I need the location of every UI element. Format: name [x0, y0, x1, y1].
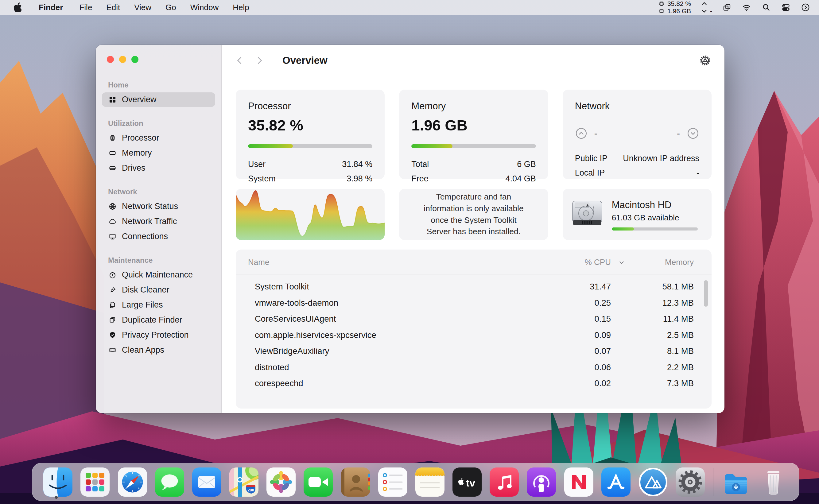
- table-scrollbar-thumb[interactable]: [704, 280, 708, 307]
- process-row[interactable]: CoreServicesUIAgent0.1511.4 MB: [248, 311, 694, 327]
- spotlight-search-icon[interactable]: [761, 2, 771, 12]
- dock-facetime-icon[interactable]: [304, 467, 333, 497]
- sidebar-item-label: Connections: [122, 232, 168, 241]
- sidebar-section-label: Utilization: [108, 119, 221, 128]
- display-icon: [108, 232, 117, 241]
- upload-arrow-icon: [701, 0, 708, 7]
- statusbar-system-monitor[interactable]: 35.82 % 1.96 GB: [658, 0, 691, 14]
- screen-mirroring-icon[interactable]: [722, 2, 732, 12]
- content-header: Overview: [222, 45, 724, 76]
- hard-drive-icon: [570, 199, 604, 231]
- overview-body: Processor 35.82 % User31.84 %System3.98 …: [222, 76, 724, 413]
- dock: 280 tv: [32, 463, 799, 501]
- process-row[interactable]: com.apple.hiservices-xpcservice0.092.5 M…: [248, 327, 694, 343]
- temperature-notice-card: Temperature and fan information is only …: [399, 189, 548, 240]
- dock-mail-icon[interactable]: [192, 467, 221, 497]
- process-row[interactable]: System Toolkit31.4758.1 MB: [248, 279, 694, 295]
- dock-tv-icon[interactable]: tv: [452, 467, 482, 497]
- process-table: Name % CPU Memory System Toolkit31.4758.…: [236, 250, 712, 409]
- wifi-icon[interactable]: [742, 2, 751, 12]
- dock-contacts-icon[interactable]: [341, 467, 370, 497]
- sort-chevron-icon[interactable]: [611, 259, 632, 266]
- sidebar-item-label: Memory: [122, 148, 152, 158]
- menu-file[interactable]: File: [72, 3, 99, 12]
- temperature-notice-text: Temperature and fan information is only …: [418, 191, 529, 238]
- close-window-button[interactable]: [107, 56, 114, 63]
- column-header-name[interactable]: Name: [248, 258, 534, 267]
- globe-icon: [108, 202, 117, 211]
- stat-row: Free4.04 GB: [411, 172, 536, 186]
- cpu-icon: [108, 134, 117, 142]
- dock-reminders-icon[interactable]: [378, 467, 407, 497]
- sidebar-item-processor[interactable]: Processor: [102, 131, 215, 145]
- disk-card: Macintosh HD 61.03 GB available: [563, 189, 712, 240]
- column-header-memory[interactable]: Memory: [632, 258, 694, 267]
- back-button[interactable]: [235, 55, 244, 66]
- sidebar-item-network-traffic[interactable]: Network Traffic: [102, 214, 215, 229]
- statusbar-cpu-value: 35.82 %: [667, 0, 691, 7]
- menu-app-name[interactable]: Finder: [34, 3, 68, 12]
- sidebar-item-drives[interactable]: Drives: [102, 161, 215, 175]
- sidebar-item-network-status[interactable]: Network Status: [102, 199, 215, 214]
- siri-icon[interactable]: [801, 2, 810, 12]
- sidebar-item-quick-maintenance[interactable]: Quick Maintenance: [102, 268, 215, 282]
- process-row[interactable]: ViewBridgeAuxiliary0.078.1 MB: [248, 343, 694, 359]
- dock-downloads-folder-icon[interactable]: [721, 467, 751, 497]
- statusbar-download-value: -: [710, 8, 712, 14]
- menu-window[interactable]: Window: [183, 3, 226, 12]
- shield-icon: [108, 331, 117, 339]
- grid-icon: [108, 95, 117, 104]
- dock-news-icon[interactable]: [564, 467, 593, 497]
- dock-podcasts-icon[interactable]: [527, 467, 556, 497]
- processor-value: 35.82 %: [248, 117, 372, 134]
- sidebar-item-clean-apps[interactable]: Clean Apps: [102, 343, 215, 357]
- control-center-icon[interactable]: [781, 2, 791, 12]
- memory-progress-bar: [411, 144, 536, 148]
- ram-icon: [108, 149, 117, 157]
- process-rows: System Toolkit31.4758.1 MBvmware-tools-d…: [236, 274, 712, 392]
- sidebar-item-overview[interactable]: Overview: [102, 92, 215, 107]
- menu-help[interactable]: Help: [226, 3, 256, 12]
- sidebar-item-connections[interactable]: Connections: [102, 229, 215, 244]
- dock-trash-icon[interactable]: [759, 467, 788, 497]
- dock-messages-icon[interactable]: [155, 467, 184, 497]
- minimize-window-button[interactable]: [119, 56, 126, 63]
- dock-system-toolkit-icon[interactable]: [639, 467, 668, 497]
- sidebar-item-large-files[interactable]: Large Files: [102, 298, 215, 312]
- menu-bar: Finder File Edit View Go Window Help 35.…: [0, 0, 819, 15]
- dock-music-icon[interactable]: [490, 467, 519, 497]
- column-header-cpu[interactable]: % CPU: [534, 258, 611, 267]
- statusbar-network-monitor[interactable]: - -: [701, 0, 712, 14]
- menu-view[interactable]: View: [127, 3, 158, 12]
- brush-icon: [108, 286, 117, 294]
- dock-system-preferences-icon[interactable]: [676, 467, 705, 497]
- menu-edit[interactable]: Edit: [99, 3, 127, 12]
- dock-launchpad-icon[interactable]: [80, 467, 110, 497]
- apple-menu[interactable]: [13, 2, 22, 12]
- forward-button[interactable]: [255, 55, 264, 66]
- process-row[interactable]: distnoted0.062.2 MB: [248, 359, 694, 376]
- process-row[interactable]: corespeechd0.027.3 MB: [248, 375, 694, 392]
- sidebar-item-label: Quick Maintenance: [122, 270, 193, 280]
- settings-gear-icon[interactable]: [699, 55, 711, 66]
- stopwatch-icon: [108, 271, 117, 279]
- sidebar-item-disk-cleaner[interactable]: Disk Cleaner: [102, 283, 215, 297]
- dock-finder-icon[interactable]: [43, 467, 72, 497]
- sidebar-item-privacy-protection[interactable]: Privacy Protection: [102, 328, 215, 342]
- memory-value: 1.96 GB: [411, 117, 536, 134]
- drive-icon: [108, 164, 117, 173]
- dock-appstore-icon[interactable]: [601, 467, 631, 497]
- dock-notes-icon[interactable]: [415, 467, 444, 497]
- sidebar-item-duplicate-finder[interactable]: Duplicate Finder: [102, 313, 215, 327]
- zoom-window-button[interactable]: [131, 56, 138, 63]
- sidebar-item-memory[interactable]: Memory: [102, 146, 215, 160]
- dock-photos-icon[interactable]: [266, 467, 296, 497]
- process-row[interactable]: vmware-tools-daemon0.2512.3 MB: [248, 295, 694, 311]
- dock-divider: [713, 468, 713, 496]
- dock-safari-icon[interactable]: [118, 467, 147, 497]
- sidebar-item-label: Privacy Protection: [122, 330, 189, 340]
- disk-name: Macintosh HD: [612, 200, 698, 211]
- svg-text:280: 280: [247, 488, 254, 492]
- menu-go[interactable]: Go: [158, 3, 183, 12]
- dock-maps-icon[interactable]: 280: [229, 467, 258, 497]
